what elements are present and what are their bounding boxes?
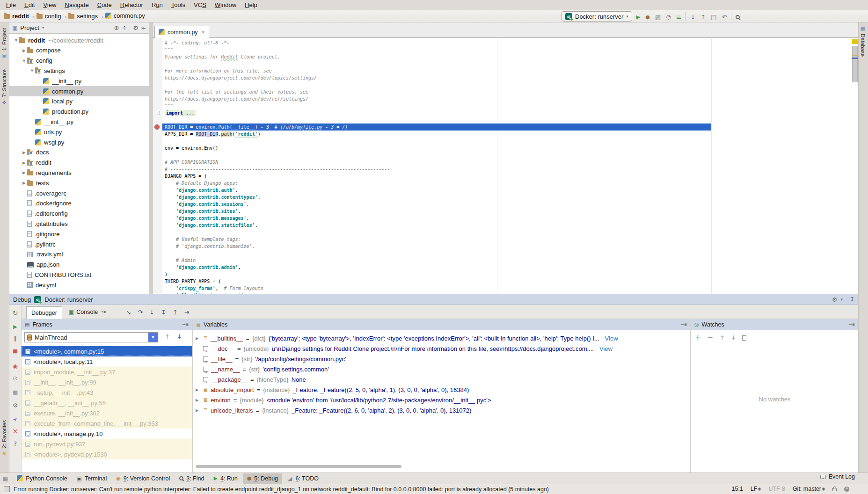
tree-item-tests[interactable]: ▶tests (9, 178, 149, 188)
tree-item--gitattributes[interactable]: .gitattributes (9, 218, 149, 229)
tree-item-__init__-py[interactable]: __init__.py (9, 116, 149, 127)
toolwindow-tab-version-control[interactable]: ◉9: Version Control (112, 473, 174, 484)
breadcrumb-item-settings[interactable]: settings (68, 13, 98, 20)
settings-icon[interactable]: ⚙ (832, 297, 838, 303)
vcs-commit-icon[interactable]: ↑ (700, 13, 706, 20)
frame-row[interactable]: __init__, __init__.py:99 (22, 377, 192, 387)
search-icon[interactable] (736, 13, 740, 20)
breadcrumb-item-common-py[interactable]: common.py (105, 12, 145, 19)
frame-row[interactable]: execute_from_command_line, __init__.py:3… (22, 418, 192, 429)
tree-item--editorconfig[interactable]: .editorconfig (9, 209, 149, 219)
show-execution-point-icon[interactable]: ↘ (126, 308, 131, 315)
hide-panel-icon[interactable]: →▪ (848, 322, 855, 327)
variable-row-unicode_literals[interactable]: ▶≣unicode_literals={instance}_Feature: _… (193, 405, 690, 415)
frame-row[interactable]: <module>, common.py:15 (22, 346, 192, 356)
breadcrumb-item-reddit[interactable]: reddit (4, 13, 29, 20)
thread-selector[interactable]: MainThread ▼ (24, 332, 158, 342)
vcs-update-icon[interactable]: ↓ (690, 13, 695, 20)
force-step-into-icon[interactable]: ↧ (161, 308, 166, 315)
editor-scrollbar[interactable] (852, 46, 858, 82)
code-editor[interactable]: # -*- coding: utf-8 -*-"""Django setting… (153, 38, 858, 294)
stop-icon[interactable]: ■ (9, 347, 21, 354)
tree-item-common-py[interactable]: common.py (9, 86, 149, 96)
tree-item-settings[interactable]: ▼settings (9, 65, 149, 76)
variable-row-__builtins__[interactable]: ▶≣__builtins__={dict}{'bytearray': <type… (193, 333, 690, 343)
hector-icon[interactable] (844, 487, 849, 492)
line-ending-widget[interactable]: LF (751, 486, 761, 492)
menu-refactor[interactable]: Refactor (116, 1, 147, 8)
hide-panel-icon[interactable]: ↧ (850, 297, 854, 302)
settings-icon[interactable]: ⚙ (9, 401, 21, 408)
next-frame-icon[interactable]: ↓ (177, 334, 182, 340)
locate-icon[interactable]: ⊕ (114, 25, 119, 31)
breakpoint-stripe-mark[interactable] (852, 55, 858, 56)
tree-item--travis-yml[interactable]: .travis.yml (9, 249, 149, 260)
collapse-arrow-icon[interactable]: ▼ (29, 68, 35, 73)
variable-row-absolute_import[interactable]: ▶≣absolute_import={instance}_Feature: _F… (193, 385, 690, 395)
project-panel-title[interactable]: Project (20, 24, 39, 31)
frame-row[interactable]: _setup, __init__.py:43 (22, 387, 192, 398)
prev-frame-icon[interactable]: ↑ (165, 334, 170, 340)
expand-arrow-icon[interactable]: ▶ (21, 150, 27, 155)
debug-icon[interactable]: ● (645, 13, 650, 20)
tool-strip-button-1-project[interactable]: ▣1: Project (1, 28, 7, 59)
tree-item-production-py[interactable]: production.py (9, 107, 149, 117)
frame-row[interactable]: execute, __init__.py:302 (22, 408, 192, 418)
hide-side-icon[interactable]: ⇤ (141, 25, 146, 31)
encoding-widget[interactable]: UTF-8 (768, 486, 785, 492)
tree-item--gitignore[interactable]: .gitignore (9, 229, 149, 239)
variable-row-__file__[interactable]: __file__={str}'/app/config/settings/comm… (193, 354, 690, 364)
expand-arrow-icon[interactable]: ▶ (196, 336, 200, 341)
frame-row[interactable]: run, pydevd.py:937 (22, 439, 192, 449)
tree-item-local-py[interactable]: local.py (9, 96, 149, 107)
resume-icon[interactable]: ▶ (9, 323, 21, 330)
lock-icon[interactable] (832, 488, 837, 491)
tree-item-compose[interactable]: ▶compose (9, 45, 149, 56)
status-message[interactable]: Error running Docker: runserver: Can't r… (14, 486, 549, 493)
move-up-icon[interactable]: ↑ (720, 334, 724, 341)
toolwindow-tab-terminal[interactable]: ▣Terminal (73, 473, 111, 484)
expand-arrow-icon[interactable]: ▶ (21, 160, 27, 165)
menu-tools[interactable]: Tools (167, 1, 190, 8)
frame-row[interactable]: import_module, __init__.py:37 (22, 367, 192, 377)
pin-icon[interactable]: ➤ (9, 415, 21, 422)
tree-item-reddit[interactable]: ▶reddit (9, 158, 149, 168)
menu-navigate[interactable]: Navigate (60, 1, 93, 8)
horizontal-scrollbar[interactable] (196, 465, 401, 468)
statusbar-toggle-icon[interactable] (4, 486, 10, 492)
menu-run[interactable]: Run (147, 1, 167, 8)
frame-row[interactable]: <module>, manage.py:10 (22, 429, 192, 439)
duplicate-icon[interactable] (742, 334, 746, 341)
toolwindow-tab-run[interactable]: ▶4: Run (209, 473, 241, 484)
profiler-icon[interactable]: ◔ (666, 13, 671, 20)
toolwindow-tab-find[interactable]: 3: Find (175, 473, 208, 484)
tree-item-wsgi-py[interactable]: wsgi.py (9, 137, 149, 147)
chevron-down-icon[interactable]: ▼ (148, 333, 158, 342)
collapse-all-icon[interactable]: ÷ (122, 25, 127, 31)
expand-arrow-icon[interactable]: ▶ (196, 408, 200, 413)
tab-common-py[interactable]: common.py × (154, 26, 209, 38)
pause-icon[interactable]: ∥ (9, 334, 21, 341)
run-to-cursor-icon[interactable]: ⇥ (184, 308, 190, 315)
tool-strip-button-database[interactable]: ▦Database (860, 25, 866, 57)
toolwindow-tab-todo[interactable]: ◪6: TODO (283, 473, 323, 484)
execution-stripe-mark[interactable] (852, 58, 858, 59)
remove-watch-icon[interactable]: − (708, 334, 714, 341)
variable-row-__doc__[interactable]: __doc__={unicode}u'\nDjango settings for… (193, 343, 690, 354)
collapse-arrow-icon[interactable]: ▼ (13, 38, 19, 43)
running-list-icon[interactable]: ≡ (676, 13, 682, 20)
help-icon[interactable]: ? (9, 440, 21, 447)
tree-item--coveragerc[interactable]: .coveragerc (9, 188, 149, 198)
close-debug-icon[interactable]: × (9, 428, 21, 435)
tree-item-__init__-py[interactable]: __init__.py (9, 76, 149, 86)
run-config-selector[interactable]: dj Docker: runserver ▾ (562, 11, 632, 22)
tree-item-docs[interactable]: ▶docs (9, 147, 149, 158)
hide-panel-icon[interactable]: →▪ (182, 322, 189, 327)
rollback-icon[interactable]: ↶ (722, 13, 727, 20)
tree-item-reddit[interactable]: ▼reddit~/cookiecutter/reddit (9, 35, 149, 45)
rerun-icon[interactable]: ↻ (9, 309, 21, 316)
shelve-icon[interactable]: ▤ (711, 13, 716, 20)
caret-position[interactable]: 15:1 (732, 486, 743, 492)
tab-debugger[interactable]: Debugger (26, 306, 62, 319)
tool-strip-button-7-structure[interactable]: ❖7: Structure (1, 69, 7, 105)
